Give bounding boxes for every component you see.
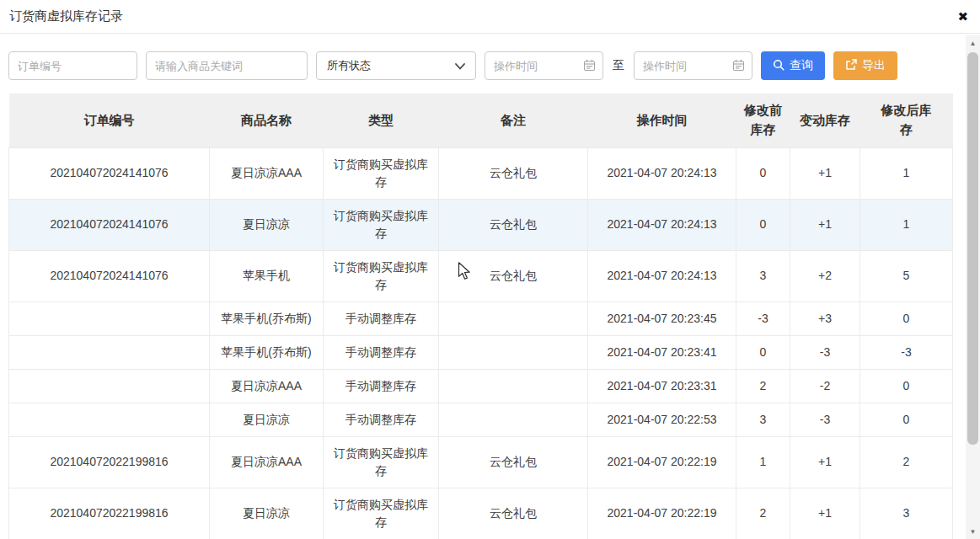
cell-order-no: 202104072024141076: [9, 250, 210, 302]
cell-type: 手动调整库存: [324, 369, 439, 403]
to-label: 至: [612, 58, 625, 73]
cell-stock-change: +1: [790, 199, 860, 250]
cell-order-no: [9, 403, 210, 436]
header-op-time: 操作时间: [588, 93, 736, 147]
header-remark: 备注: [439, 93, 588, 147]
table-row: 202104072022199816夏日凉凉订货商购买虚拟库存云仓礼包2021-…: [9, 488, 953, 539]
cell-remark: [439, 369, 588, 403]
order-no-input[interactable]: [8, 51, 137, 80]
cell-product-name: 苹果手机(乔布斯): [210, 302, 324, 335]
dialog-title: 订货商虚拟库存记录: [9, 8, 123, 24]
table-row: 夏日凉凉AAA手动调整库存2021-04-07 20:23:312-20: [9, 369, 953, 403]
time-from-field: [485, 51, 603, 80]
cell-order-no: [9, 335, 210, 369]
cell-stock-after: 0: [860, 403, 953, 436]
cell-remark: 云仓礼包: [439, 488, 588, 539]
table-row: 苹果手机(乔布斯)手动调整库存2021-04-07 20:23:45-3+30: [9, 302, 953, 335]
cell-op-time: 2021-04-07 20:22:19: [588, 436, 736, 488]
cell-type: 订货商购买虚拟库存: [324, 488, 439, 539]
cell-order-no: 202104072022199816: [9, 436, 210, 488]
cell-stock-change: +2: [790, 250, 860, 302]
export-icon: [845, 59, 857, 73]
cell-op-time: 2021-04-07 20:23:31: [588, 369, 736, 403]
cell-stock-before: 0: [736, 147, 790, 199]
cell-type: 订货商购买虚拟库存: [324, 436, 439, 488]
table-body: 202104072024141076夏日凉凉AAA订货商购买虚拟库存云仓礼包20…: [9, 147, 953, 539]
cell-stock-change: -2: [790, 369, 860, 403]
table-row: 夏日凉凉手动调整库存2021-04-07 20:22:533-30: [9, 403, 953, 436]
table-row: 202104072024141076夏日凉凉AAA订货商购买虚拟库存云仓礼包20…: [9, 147, 953, 199]
time-from-input[interactable]: [485, 51, 603, 80]
export-button-label: 导出: [862, 58, 886, 73]
status-select[interactable]: 所有状态: [316, 51, 476, 80]
cell-remark: 云仓礼包: [439, 436, 588, 488]
cell-order-no: [9, 369, 210, 403]
dialog-titlebar: 订货商虚拟库存记录 ✖: [0, 0, 980, 34]
cell-order-no: 202104072022199816: [9, 488, 210, 539]
cell-stock-after: 5: [860, 250, 953, 302]
search-button[interactable]: 查询: [761, 51, 825, 80]
search-button-label: 查询: [790, 58, 813, 73]
cell-remark: 云仓礼包: [439, 199, 588, 250]
scroll-up-icon[interactable]: ▲: [966, 36, 980, 50]
cell-order-no: 202104072024141076: [9, 147, 210, 199]
cell-stock-before: -3: [736, 302, 790, 335]
cell-type: 订货商购买虚拟库存: [324, 147, 439, 199]
header-product-name: 商品名称: [210, 93, 324, 147]
time-to-field: [634, 51, 752, 80]
cell-stock-after: 0: [860, 302, 953, 335]
export-button[interactable]: 导出: [833, 51, 897, 80]
header-stock-after: 修改后库存: [860, 93, 953, 147]
time-to-input[interactable]: [634, 51, 752, 80]
cell-stock-before: 0: [736, 199, 790, 250]
cell-stock-change: +3: [790, 302, 860, 335]
cell-stock-before: 0: [736, 335, 790, 369]
cell-stock-after: 3: [860, 488, 953, 539]
scroll-down-icon[interactable]: ▼: [966, 525, 980, 538]
cell-order-no: [9, 302, 210, 335]
search-icon: [773, 59, 785, 73]
cell-op-time: 2021-04-07 20:24:13: [588, 250, 736, 302]
cell-stock-after: -3: [860, 335, 953, 369]
cell-stock-before: 2: [736, 488, 790, 539]
cell-type: 手动调整库存: [324, 302, 439, 335]
cell-product-name: 夏日凉凉: [210, 403, 324, 436]
cell-type: 手动调整库存: [324, 403, 439, 436]
scrollbar-thumb[interactable]: [967, 52, 978, 445]
cell-stock-after: 0: [860, 369, 953, 403]
table-row: 202104072024141076夏日凉凉订货商购买虚拟库存云仓礼包2021-…: [9, 199, 953, 250]
close-icon[interactable]: ✖: [957, 10, 968, 23]
header-stock-change: 变动库存: [790, 93, 860, 147]
table-header-row: 订单编号 商品名称 类型 备注 操作时间 修改前库存 变动库存 修改后库存: [9, 93, 953, 147]
cell-product-name: 夏日凉凉AAA: [210, 147, 324, 199]
cell-type: 手动调整库存: [324, 335, 439, 369]
cell-stock-before: 3: [736, 403, 790, 436]
header-order-no: 订单编号: [9, 93, 210, 147]
table-row: 苹果手机(乔布斯)手动调整库存2021-04-07 20:23:410-3-3: [9, 335, 953, 369]
cell-remark: [439, 335, 588, 369]
cell-remark: [439, 403, 588, 436]
records-table: 订单编号 商品名称 类型 备注 操作时间 修改前库存 变动库存 修改后库存 20…: [8, 93, 953, 539]
cell-op-time: 2021-04-07 20:24:13: [588, 199, 736, 250]
cell-stock-before: 3: [736, 250, 790, 302]
cell-stock-change: -3: [790, 335, 860, 369]
cell-order-no: 202104072024141076: [9, 199, 210, 250]
keyword-input[interactable]: [146, 51, 308, 80]
cell-op-time: 2021-04-07 20:22:19: [588, 488, 736, 539]
status-select-value: 所有状态: [327, 58, 371, 73]
header-stock-before: 修改前库存: [736, 93, 790, 147]
cell-stock-after: 1: [860, 199, 953, 250]
cell-remark: 云仓礼包: [439, 147, 588, 199]
table-row: 202104072022199816夏日凉凉AAA订货商购买虚拟库存云仓礼包20…: [9, 436, 953, 488]
cell-stock-change: +1: [790, 488, 860, 539]
cell-op-time: 2021-04-07 20:22:53: [588, 403, 736, 436]
cell-stock-change: +1: [790, 147, 860, 199]
cell-op-time: 2021-04-07 20:24:13: [588, 147, 736, 199]
cell-remark: 云仓礼包: [439, 250, 588, 302]
records-table-wrap: 订单编号 商品名称 类型 备注 操作时间 修改前库存 变动库存 修改后库存 20…: [8, 93, 972, 539]
cell-product-name: 苹果手机: [210, 250, 324, 302]
cell-product-name: 夏日凉凉: [210, 488, 324, 539]
filter-bar: 所有状态 至: [0, 34, 980, 87]
header-type: 类型: [324, 93, 439, 147]
cell-product-name: 夏日凉凉AAA: [210, 436, 324, 488]
